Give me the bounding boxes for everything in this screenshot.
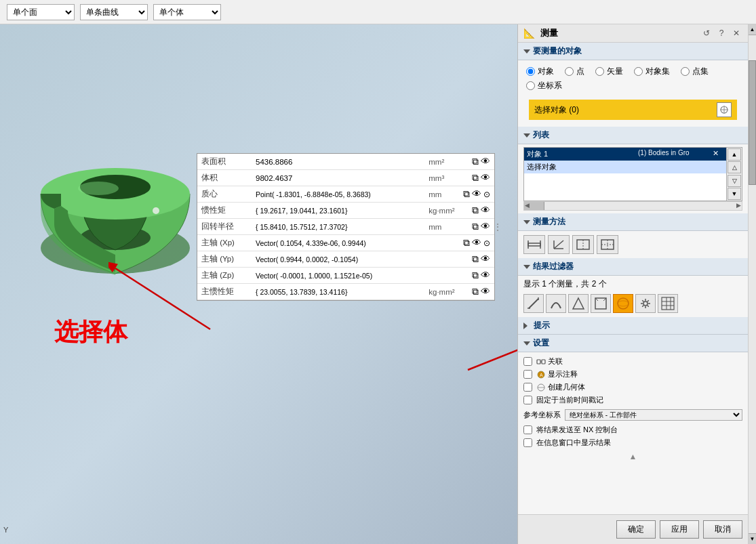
list-horizontal-scrollbar[interactable]: ◀ ▶ — [523, 201, 742, 211]
filter-gear-icon[interactable] — [635, 294, 656, 313]
radio-point-set[interactable]: 点集 — [681, 66, 709, 77]
table-row: 主轴 (Zp) Vector( -0.0001, 1.0000, 1.1521e… — [197, 268, 494, 284]
svg-point-5 — [153, 207, 159, 214]
list-row-selected[interactable]: 选择对象 — [524, 161, 726, 173]
fix-timestamp-checkbox[interactable] — [523, 396, 532, 404]
radio-object-set[interactable]: 对象集 — [634, 66, 670, 77]
panel-body: 要测量的对象 对象 点 矢量 对象集 点集 — [518, 43, 748, 514]
face-select-dropdown[interactable]: 单个面 多个面 — [7, 4, 75, 20]
checkbox-associate: 关联 — [523, 355, 742, 368]
ref-coord-select[interactable]: 绝对坐标系 - 工作部件 WCS 对象 — [565, 409, 742, 421]
measure-actions[interactable]: ⧉ 👁 — [459, 154, 494, 170]
body-select-dropdown[interactable]: 单个体 多个体 — [153, 4, 221, 20]
svg-line-16 — [554, 240, 563, 249]
filter-line-icon[interactable] — [523, 294, 544, 313]
expand-triangle-hint-icon — [523, 322, 531, 329]
filter-box-icon[interactable] — [591, 294, 611, 313]
measure-unit — [424, 251, 458, 268]
show-in-info-checkbox[interactable] — [523, 438, 532, 447]
curve-select-dropdown[interactable]: 单条曲线 多条曲线 — [80, 4, 148, 20]
collapse-triangle-method-icon — [523, 220, 530, 224]
list-down-small-button[interactable]: ▽ — [728, 175, 741, 187]
measure-value: Vector( 0.9944, 0.0002, -0.1054) — [252, 251, 424, 268]
filter-arc-icon[interactable] — [546, 294, 566, 313]
list-item-label: 选择对象 — [527, 162, 638, 172]
close-icon[interactable]: ✕ — [730, 27, 742, 39]
filter-section-header[interactable]: 结果过滤器 — [518, 258, 748, 276]
measure-value: { 15.8410, 15.7512, 17.3702} — [252, 219, 424, 235]
filter-table-icon[interactable] — [658, 294, 678, 313]
create-geometry-checkbox[interactable] — [523, 383, 532, 392]
list-section-header[interactable]: 列表 — [518, 127, 748, 144]
filter-section-title: 结果过滤器 — [533, 261, 574, 272]
method-icon-3[interactable] — [572, 235, 594, 254]
3d-viewport[interactable]: 选择体 表面积 5436.8866 — [0, 24, 517, 544]
method-section-header[interactable]: 测量方法 — [518, 213, 748, 231]
filter-sphere-icon[interactable] — [613, 294, 633, 313]
associate-checkbox[interactable] — [523, 357, 532, 366]
fix-timestamp-label: 固定于当前时间戳记 — [536, 395, 603, 405]
measure-unit — [424, 235, 458, 251]
measure-actions[interactable]: ⧉ 👁 — [459, 268, 494, 284]
create-geometry-label-group: 创建几何体 — [536, 382, 585, 392]
scroll-thumb — [749, 60, 756, 185]
settings-section-header[interactable]: 设置 — [518, 335, 748, 352]
refresh-icon[interactable]: ↺ — [700, 27, 713, 39]
radio-point[interactable]: 点 — [565, 66, 584, 77]
help-icon[interactable]: ? — [715, 27, 728, 39]
measure-actions[interactable]: ⧉ 👁 — [459, 284, 494, 300]
send-to-nx-label: 将结果发送至 NX 控制台 — [536, 425, 618, 435]
measure-unit: mm — [424, 186, 458, 203]
associate-label-group: 关联 — [536, 356, 563, 367]
radio-coord-sys[interactable]: 坐标系 — [526, 80, 562, 91]
send-to-nx-checkbox[interactable] — [523, 425, 532, 434]
select-object-bar[interactable]: 选择对象 (0) — [529, 100, 737, 120]
collapse-triangle-settings-icon — [523, 341, 530, 346]
measure-target-section-header[interactable]: 要测量的对象 — [518, 43, 748, 60]
checkbox-send-to-nx: 将结果发送至 NX 控制台 — [523, 423, 742, 436]
svg-marker-27 — [573, 298, 584, 309]
col-bodies-label: (1) Bodies in Gro — [638, 149, 713, 159]
measure-actions[interactable]: ⧉ 👁 — [459, 170, 494, 186]
close-row-icon[interactable]: ✕ — [713, 149, 723, 159]
scroll-down-button[interactable]: ▼ — [749, 533, 756, 544]
measure-value: Vector( 0.1054, 4.339e-06, 0.9944) — [252, 235, 424, 251]
show-annotation-checkbox[interactable] — [523, 370, 532, 379]
list-up-button[interactable]: ▲ — [728, 148, 741, 161]
measure-unit — [424, 268, 458, 284]
hint-section-header[interactable]: 提示 — [518, 317, 748, 335]
radio-vector[interactable]: 矢量 — [595, 66, 623, 77]
show-annotation-label-group: A 显示注释 — [536, 369, 578, 379]
measure-unit: kg·mm² — [424, 203, 458, 219]
method-icon-4[interactable] — [597, 235, 618, 254]
apply-button[interactable]: 应用 — [660, 520, 699, 539]
measure-label: 表面积 — [197, 154, 252, 170]
radio-object[interactable]: 对象 — [526, 66, 554, 77]
measure-actions[interactable]: ⧉ 👁 — [459, 251, 494, 268]
measure-unit: mm — [424, 219, 458, 235]
col-object-label: 对象 1 — [527, 149, 638, 159]
filter-triangle-icon[interactable] — [568, 294, 589, 313]
table-row: 回转半径 { 15.8410, 15.7512, 17.3702} mm ⧉ 👁 — [197, 219, 494, 235]
table-row: 主惯性矩 { 23.0055, 13.7839, 13.4116} kg·mm²… — [197, 284, 494, 300]
panel-title: 测量 — [540, 27, 698, 39]
method-icon-2[interactable] — [548, 235, 570, 254]
method-icon-1[interactable] — [523, 235, 545, 254]
measure-actions[interactable]: ⧉ 👁 ⊙ — [459, 235, 494, 251]
measure-target-section-title: 要测量的对象 — [533, 45, 582, 57]
measure-actions[interactable]: ⧉ 👁 — [459, 203, 494, 219]
cancel-button[interactable]: 取消 — [703, 520, 742, 539]
ok-button[interactable]: 确定 — [616, 520, 656, 539]
y-axis-label: Y — [3, 526, 8, 534]
measure-actions[interactable]: ⧉ 👁 ⊙ — [459, 186, 494, 203]
list-down-button[interactable]: ▼ — [728, 188, 741, 200]
panel-vertical-scrollbar[interactable]: ▲ ▼ — [748, 24, 756, 544]
measure-actions[interactable]: ⧉ 👁 — [459, 219, 494, 235]
list-side-buttons: ▲ △ ▽ ▼ — [727, 147, 742, 201]
list-up-small-button[interactable]: △ — [728, 161, 741, 173]
table-row: 主轴 (Yp) Vector( 0.9944, 0.0002, -0.1054)… — [197, 251, 494, 268]
target-crosshair-icon[interactable] — [717, 102, 732, 117]
measure-value: { 19.2617, 19.0441, 23.1601} — [252, 203, 424, 219]
scroll-up-button[interactable]: ▲ — [749, 24, 756, 35]
table-row: 惯性矩 { 19.2617, 19.0441, 23.1601} kg·mm² … — [197, 203, 494, 219]
